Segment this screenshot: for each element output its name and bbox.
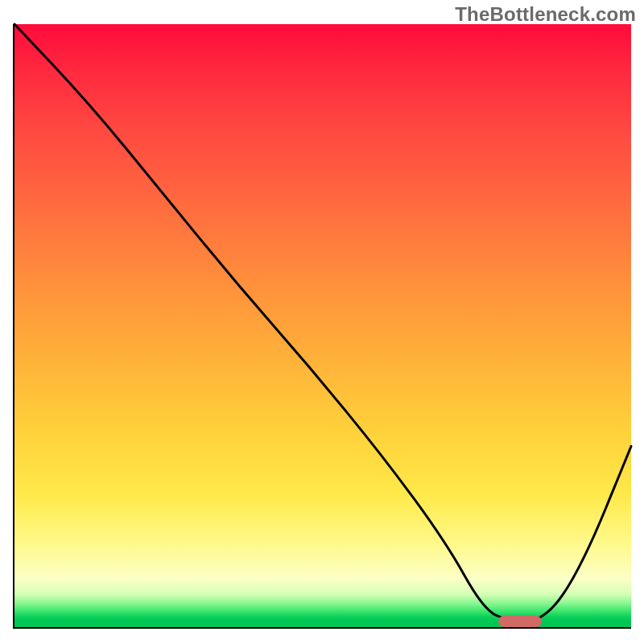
plot-area <box>14 24 631 627</box>
watermark-text: TheBottleneck.com <box>455 3 636 26</box>
bottleneck-curve <box>14 24 631 627</box>
plot-axes <box>13 24 631 629</box>
chart-container: TheBottleneck.com <box>0 0 644 644</box>
optimal-marker <box>498 616 542 627</box>
